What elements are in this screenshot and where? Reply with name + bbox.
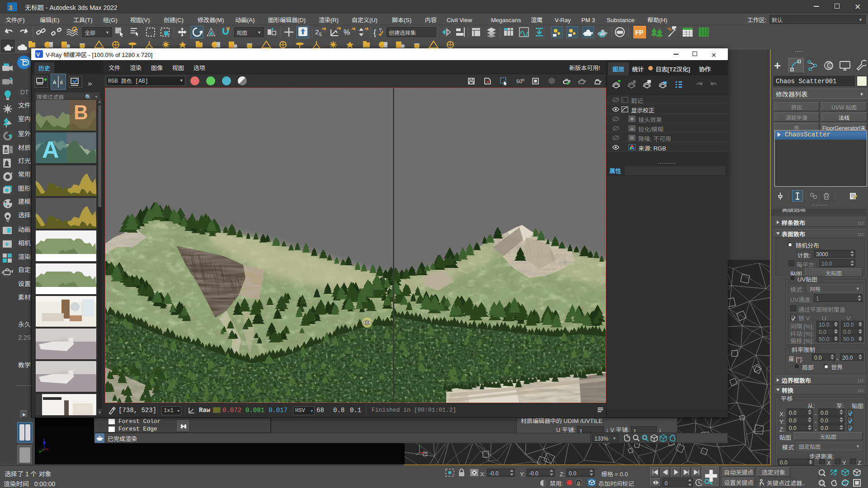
svg-text:%: % [344, 28, 350, 36]
svg-text:?: ? [379, 28, 382, 33]
svg-text:2: 2 [315, 28, 319, 36]
svg-text:A: A [42, 136, 59, 163]
svg-text:B: B [74, 101, 88, 123]
svg-text:FP: FP [635, 29, 643, 36]
svg-text:5: 5 [319, 32, 322, 37]
svg-text:{: { [373, 28, 376, 37]
svg-text:B: B [60, 80, 63, 85]
svg-text:y: y [39, 448, 41, 453]
svg-text:z: z [43, 437, 45, 441]
svg-text:%: % [521, 77, 524, 82]
svg-text:i: i [623, 97, 623, 103]
